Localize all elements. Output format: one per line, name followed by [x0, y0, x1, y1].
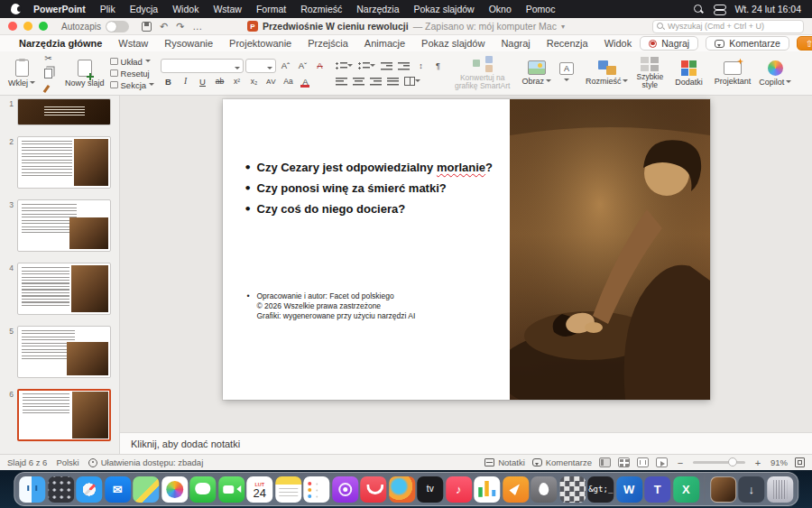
decrease-indent-button[interactable]	[379, 59, 394, 72]
document-title-area[interactable]: P Przedwiośnie W cieniu rewolucji — Zapi…	[247, 21, 565, 32]
dock-music-icon[interactable]: ♪	[446, 476, 472, 503]
align-left-button[interactable]	[334, 74, 349, 88]
menu-wstaw[interactable]: Wstaw	[206, 4, 249, 14]
zoom-level[interactable]: 91%	[770, 457, 788, 467]
control-center-icon[interactable]	[714, 4, 724, 14]
paste-button[interactable]: Wklej	[5, 59, 38, 88]
search-box[interactable]	[652, 20, 804, 33]
columns-button[interactable]	[402, 74, 422, 88]
credits-text[interactable]: Opracowanie i autor: Facet od polskiego …	[257, 291, 483, 321]
align-center-button[interactable]	[351, 74, 366, 88]
autosave-toggle[interactable]	[106, 21, 129, 32]
slide-thumbnail-2[interactable]: 2	[5, 136, 119, 189]
tab-rysowanie[interactable]: Rysowanie	[156, 37, 221, 50]
layout-button[interactable]: Układ	[110, 57, 155, 67]
dock-firefox-icon[interactable]	[389, 476, 415, 503]
tab-recenzja[interactable]: Recenzja	[539, 37, 596, 50]
tab-wstaw[interactable]: Wstaw	[110, 37, 156, 50]
tab-projektowanie[interactable]: Projektowanie	[221, 37, 300, 50]
zoom-window-button[interactable]	[39, 22, 48, 31]
dock-calendar-icon[interactable]: LUT 24	[246, 476, 272, 503]
dock-finder-icon[interactable]	[19, 476, 45, 503]
reset-button[interactable]: Resetuj	[110, 69, 155, 79]
tab-widok[interactable]: Widok	[596, 37, 641, 50]
comments-toggle-button[interactable]: Komentarze	[532, 457, 592, 467]
menu-clock[interactable]: Wt. 24 lut 16:04	[734, 4, 801, 14]
dock-pages-icon[interactable]	[503, 476, 529, 503]
thumbnail-preview[interactable]	[17, 389, 111, 441]
spotlight-search-icon[interactable]	[693, 4, 704, 14]
font-size-select[interactable]	[245, 59, 276, 73]
dock-reminders-icon[interactable]	[303, 476, 329, 503]
dock-terminal-icon[interactable]: &gt;_	[587, 476, 614, 503]
zoom-out-button[interactable]: −	[675, 457, 686, 468]
menu-powerpoint[interactable]: PowerPoint	[26, 4, 93, 14]
redo-icon[interactable]: ↷	[176, 21, 184, 32]
language-indicator[interactable]: Polski	[56, 457, 78, 467]
dock-photos-icon[interactable]	[161, 476, 188, 503]
share-button[interactable]: ⇧ Udostępnij	[797, 36, 812, 51]
menu-narzedzia[interactable]: Narzędzia	[349, 4, 406, 14]
dock-downloads-icon[interactable]: ↓	[738, 476, 764, 503]
zoom-slider-knob[interactable]	[728, 457, 737, 466]
clear-formatting-button[interactable]	[312, 59, 328, 72]
zoom-slider[interactable]	[693, 461, 745, 464]
superscript-button[interactable]	[229, 75, 245, 88]
menu-okno[interactable]: Okno	[482, 4, 519, 14]
addins-button[interactable]: Dodatki	[672, 60, 706, 88]
line-spacing-button[interactable]	[413, 59, 429, 72]
character-spacing-button[interactable]	[263, 75, 279, 88]
format-painter-button[interactable]	[41, 82, 56, 96]
dock-word-icon[interactable]: W	[616, 476, 642, 503]
tab-narzedzia-glowne[interactable]: Narzędzia główne	[11, 37, 110, 50]
tab-pokaz-slajdow[interactable]: Pokaz slajdów	[413, 37, 493, 50]
slide-thumbnail-4[interactable]: 4	[5, 263, 119, 315]
dock-chess-icon[interactable]	[559, 476, 586, 503]
dock-teams-icon[interactable]: T	[644, 476, 670, 503]
dock-app-store-icon[interactable]	[531, 476, 557, 503]
font-name-select[interactable]	[161, 59, 244, 73]
dock-podcasts-icon[interactable]	[332, 476, 358, 503]
slide-image[interactable]	[510, 99, 710, 400]
text-direction-button[interactable]	[430, 59, 446, 72]
thumbnail-preview[interactable]	[17, 199, 111, 252]
cut-button[interactable]	[41, 51, 56, 65]
change-case-button[interactable]	[281, 75, 296, 88]
search-input[interactable]	[668, 22, 799, 31]
thumbnail-preview[interactable]	[17, 263, 111, 315]
slide-thumbnail-3[interactable]: 3	[5, 199, 119, 252]
reading-view-button[interactable]	[637, 457, 649, 467]
minimize-window-button[interactable]	[23, 22, 32, 31]
menu-pomoc[interactable]: Pomoc	[519, 4, 563, 14]
menu-pokaz-slajdow[interactable]: Pokaz slajdów	[407, 4, 482, 14]
bullet-item[interactable]: Czy Cezary jest odpowiedzialny morlanie?	[257, 161, 505, 174]
font-color-button[interactable]	[298, 75, 313, 88]
save-icon[interactable]	[142, 22, 152, 32]
thumbnail-preview[interactable]	[17, 136, 111, 189]
dock-maps-icon[interactable]	[133, 476, 159, 503]
increase-font-size-button[interactable]	[278, 59, 293, 72]
bullet-item[interactable]: Czy coś do niego dociera?	[257, 202, 505, 216]
dock-safari-icon[interactable]	[76, 476, 102, 503]
dock-pocket-icon[interactable]	[360, 476, 386, 503]
slide-sorter-view-button[interactable]	[618, 457, 630, 467]
slide-thumbnail-1[interactable]: 1	[5, 98, 119, 125]
dock-numbers-icon[interactable]	[474, 476, 500, 503]
tab-nagraj[interactable]: Nagraj	[493, 37, 538, 50]
dock-recent-image-icon[interactable]	[710, 476, 736, 503]
numbered-list-button[interactable]	[356, 59, 377, 72]
designer-button[interactable]: Projektant	[712, 60, 754, 87]
slide-thumbnail-6-selected[interactable]: 6	[5, 389, 119, 441]
notes-toggle-button[interactable]: Notatki	[484, 457, 525, 467]
subscript-button[interactable]	[246, 75, 262, 88]
section-button[interactable]: Sekcja	[110, 80, 155, 90]
tab-przejscia[interactable]: Przejścia	[300, 37, 356, 50]
copy-button[interactable]	[41, 67, 56, 80]
menu-widok[interactable]: Widok	[165, 4, 206, 14]
align-right-button[interactable]	[368, 74, 383, 88]
slide-canvas[interactable]: Czy Cezary jest odpowiedzialny morlanie?…	[223, 99, 710, 400]
dock-mail-icon[interactable]: ✉	[105, 476, 131, 503]
close-window-button[interactable]	[8, 22, 17, 31]
picture-button[interactable]: Obraz	[519, 60, 554, 87]
slide-text-body[interactable]: Czy Cezary jest odpowiedzialny morlanie?…	[257, 161, 505, 223]
